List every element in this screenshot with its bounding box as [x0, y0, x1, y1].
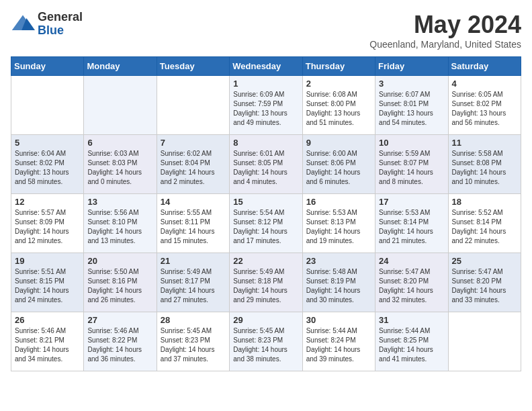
- sunrise-text: Sunrise: 6:07 AM: [379, 91, 430, 98]
- calendar-table: Sunday Monday Tuesday Wednesday Thursday…: [11, 56, 521, 371]
- sunset-text: Sunset: 8:23 PM: [161, 336, 210, 344]
- sunset-text: Sunset: 8:22 PM: [87, 336, 137, 344]
- table-row: 6Sunrise: 6:03 AMSunset: 8:03 PMDaylight…: [84, 135, 157, 194]
- sunrise-text: Sunrise: 5:49 AM: [233, 268, 284, 275]
- daylight-text: Daylight: 13 hours and 56 minutes.: [452, 109, 506, 126]
- cell-info: Sunrise: 6:05 AMSunset: 8:02 PMDaylight:…: [452, 90, 517, 128]
- day-number: 4: [452, 79, 517, 89]
- daylight-text: Daylight: 14 hours and 24 minutes.: [15, 287, 69, 304]
- table-row: 28Sunrise: 5:45 AMSunset: 8:23 PMDayligh…: [157, 312, 229, 371]
- sunrise-text: Sunrise: 5:47 AM: [452, 268, 503, 275]
- day-number: 9: [306, 138, 371, 148]
- daylight-text: Daylight: 14 hours and 30 minutes.: [306, 287, 361, 304]
- sunset-text: Sunset: 8:09 PM: [15, 218, 64, 226]
- sunset-text: Sunset: 8:14 PM: [379, 218, 429, 226]
- table-row: 13Sunrise: 5:56 AMSunset: 8:10 PMDayligh…: [84, 194, 157, 253]
- cell-info: Sunrise: 5:53 AMSunset: 8:13 PMDaylight:…: [306, 208, 371, 246]
- sunrise-text: Sunrise: 5:46 AM: [15, 327, 66, 334]
- cell-info: Sunrise: 5:56 AMSunset: 8:10 PMDaylight:…: [87, 208, 152, 246]
- day-number: 11: [452, 138, 517, 148]
- location-text: Queenland, Maryland, United States: [369, 39, 521, 50]
- sunset-text: Sunset: 7:59 PM: [233, 100, 283, 107]
- daylight-text: Daylight: 14 hours and 29 minutes.: [233, 287, 287, 304]
- daylight-text: Daylight: 14 hours and 34 minutes.: [15, 346, 69, 363]
- sunset-text: Sunset: 8:03 PM: [87, 159, 137, 167]
- daylight-text: Daylight: 14 hours and 4 minutes.: [233, 169, 287, 185]
- table-row: 8Sunrise: 6:01 AMSunset: 8:05 PMDaylight…: [230, 135, 302, 194]
- sunrise-text: Sunrise: 5:44 AM: [306, 327, 357, 334]
- table-row: 7Sunrise: 6:02 AMSunset: 8:04 PMDaylight…: [157, 135, 229, 194]
- day-number: 18: [452, 197, 517, 207]
- week-row-1: 1Sunrise: 6:09 AMSunset: 7:59 PMDaylight…: [11, 76, 521, 135]
- th-tuesday: Tuesday: [157, 57, 229, 76]
- page-header: General Blue May 2024 Queenland, Marylan…: [11, 11, 521, 50]
- day-number: 13: [87, 197, 152, 207]
- daylight-text: Daylight: 14 hours and 22 minutes.: [452, 228, 506, 244]
- sunrise-text: Sunrise: 5:50 AM: [87, 268, 138, 275]
- cell-info: Sunrise: 5:46 AMSunset: 8:21 PMDaylight:…: [15, 326, 80, 364]
- cell-info: Sunrise: 5:51 AMSunset: 8:15 PMDaylight:…: [15, 267, 80, 305]
- day-number: 19: [15, 256, 80, 266]
- sunrise-text: Sunrise: 6:05 AM: [452, 91, 503, 98]
- table-row: 19Sunrise: 5:51 AMSunset: 8:15 PMDayligh…: [11, 253, 84, 312]
- sunrise-text: Sunrise: 6:09 AM: [233, 91, 284, 98]
- day-number: 17: [379, 197, 444, 207]
- table-row: 20Sunrise: 5:50 AMSunset: 8:16 PMDayligh…: [84, 253, 157, 312]
- cell-info: Sunrise: 5:59 AMSunset: 8:07 PMDaylight:…: [379, 149, 444, 187]
- cell-info: Sunrise: 5:49 AMSunset: 8:17 PMDaylight:…: [161, 267, 226, 305]
- daylight-text: Daylight: 14 hours and 17 minutes.: [233, 228, 287, 244]
- table-row: 27Sunrise: 5:46 AMSunset: 8:22 PMDayligh…: [84, 312, 157, 371]
- week-row-5: 26Sunrise: 5:46 AMSunset: 8:21 PMDayligh…: [11, 312, 521, 371]
- daylight-text: Daylight: 14 hours and 39 minutes.: [306, 346, 361, 363]
- cell-info: Sunrise: 5:48 AMSunset: 8:19 PMDaylight:…: [306, 267, 371, 305]
- cell-info: Sunrise: 6:03 AMSunset: 8:03 PMDaylight:…: [87, 149, 152, 187]
- sunset-text: Sunset: 8:16 PM: [87, 277, 137, 285]
- table-row: 24Sunrise: 5:47 AMSunset: 8:20 PMDayligh…: [375, 253, 448, 312]
- sunrise-text: Sunrise: 6:08 AM: [306, 91, 357, 98]
- day-number: 21: [161, 256, 226, 266]
- logo-general-text: General: [38, 10, 83, 24]
- cell-info: Sunrise: 5:47 AMSunset: 8:20 PMDaylight:…: [379, 267, 444, 305]
- daylight-text: Daylight: 14 hours and 38 minutes.: [233, 346, 287, 363]
- daylight-text: Daylight: 13 hours and 49 minutes.: [233, 109, 287, 126]
- table-row: 11Sunrise: 5:58 AMSunset: 8:08 PMDayligh…: [448, 135, 521, 194]
- table-row: 2Sunrise: 6:08 AMSunset: 8:00 PMDaylight…: [302, 76, 375, 135]
- day-number: 30: [306, 315, 371, 325]
- cell-info: Sunrise: 5:45 AMSunset: 8:23 PMDaylight:…: [233, 326, 298, 364]
- sunrise-text: Sunrise: 5:48 AM: [306, 268, 357, 275]
- daylight-text: Daylight: 14 hours and 8 minutes.: [379, 169, 433, 185]
- table-row: 30Sunrise: 5:44 AMSunset: 8:24 PMDayligh…: [302, 312, 375, 371]
- logo-blue-text: Blue: [38, 24, 64, 37]
- table-row: 3Sunrise: 6:07 AMSunset: 8:01 PMDaylight…: [375, 76, 448, 135]
- cell-info: Sunrise: 6:07 AMSunset: 8:01 PMDaylight:…: [379, 90, 444, 128]
- day-number: 6: [87, 138, 152, 148]
- cell-info: Sunrise: 5:45 AMSunset: 8:23 PMDaylight:…: [161, 326, 226, 364]
- sunset-text: Sunset: 8:13 PM: [306, 218, 356, 226]
- cell-info: Sunrise: 5:52 AMSunset: 8:14 PMDaylight:…: [452, 208, 517, 246]
- th-friday: Friday: [375, 57, 448, 76]
- table-row: 21Sunrise: 5:49 AMSunset: 8:17 PMDayligh…: [157, 253, 229, 312]
- sunrise-text: Sunrise: 5:45 AM: [161, 327, 212, 334]
- day-number: 1: [233, 79, 298, 89]
- sunset-text: Sunset: 8:24 PM: [306, 336, 356, 344]
- week-row-2: 5Sunrise: 6:04 AMSunset: 8:02 PMDaylight…: [11, 135, 521, 194]
- table-row: 18Sunrise: 5:52 AMSunset: 8:14 PMDayligh…: [448, 194, 521, 253]
- cell-info: Sunrise: 5:58 AMSunset: 8:08 PMDaylight:…: [452, 149, 517, 187]
- sunset-text: Sunset: 8:21 PM: [15, 336, 64, 344]
- daylight-text: Daylight: 14 hours and 33 minutes.: [452, 287, 506, 304]
- sunrise-text: Sunrise: 5:53 AM: [379, 209, 430, 216]
- sunset-text: Sunset: 8:02 PM: [452, 100, 502, 107]
- daylight-text: Daylight: 13 hours and 58 minutes.: [15, 169, 69, 185]
- day-number: 10: [379, 138, 444, 148]
- table-row: 5Sunrise: 6:04 AMSunset: 8:02 PMDaylight…: [11, 135, 84, 194]
- sunset-text: Sunset: 8:07 PM: [379, 159, 429, 167]
- daylight-text: Daylight: 14 hours and 37 minutes.: [161, 346, 215, 363]
- sunset-text: Sunset: 8:08 PM: [452, 159, 502, 167]
- week-row-3: 12Sunrise: 5:57 AMSunset: 8:09 PMDayligh…: [11, 194, 521, 253]
- cell-info: Sunrise: 6:09 AMSunset: 7:59 PMDaylight:…: [233, 90, 298, 128]
- table-row: 9Sunrise: 6:00 AMSunset: 8:06 PMDaylight…: [302, 135, 375, 194]
- day-number: 2: [306, 79, 371, 89]
- table-row: [84, 76, 157, 135]
- table-row: 17Sunrise: 5:53 AMSunset: 8:14 PMDayligh…: [375, 194, 448, 253]
- cell-info: Sunrise: 5:49 AMSunset: 8:18 PMDaylight:…: [233, 267, 298, 305]
